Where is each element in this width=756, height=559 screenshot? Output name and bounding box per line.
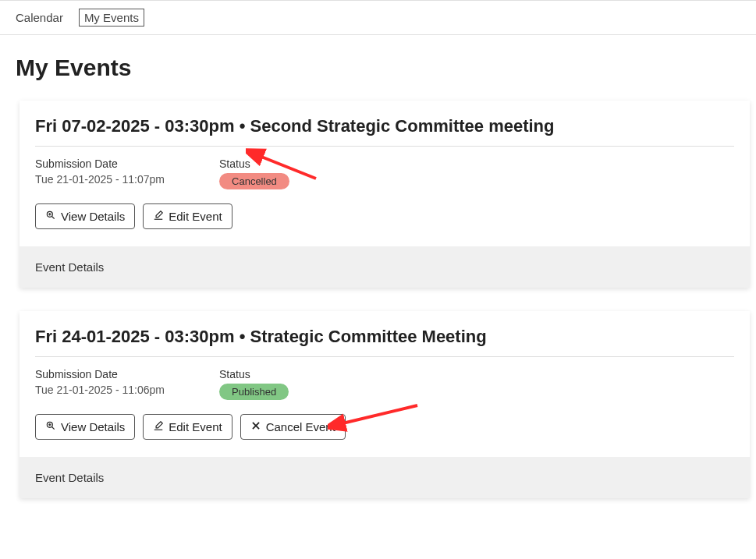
button-label: Edit Event — [169, 420, 222, 433]
submission-date-label: Submission Date — [35, 157, 165, 170]
svg-line-6 — [52, 427, 55, 430]
svg-line-1 — [52, 217, 55, 219]
view-details-button[interactable]: View Details — [35, 414, 135, 440]
view-details-button[interactable]: View Details — [35, 203, 135, 229]
event-card: Fri 07-02-2025 - 03:30pm • Second Strate… — [20, 101, 750, 288]
event-title: Fri 24-01-2025 - 03:30pm • Strategic Com… — [35, 327, 734, 357]
event-title: Fri 07-02-2025 - 03:30pm • Second Strate… — [35, 116, 734, 147]
status-badge: Cancelled — [219, 173, 289, 189]
submission-date-value: Tue 21-01-2025 - 11:07pm — [35, 173, 165, 186]
tab-bar: Calendar My Events — [0, 0, 756, 35]
edit-event-button[interactable]: Edit Event — [143, 203, 232, 229]
button-label: Edit Event — [169, 210, 222, 223]
status-label: Status — [219, 368, 289, 380]
button-label: View Details — [61, 210, 125, 223]
edit-event-button[interactable]: Edit Event — [143, 414, 232, 440]
page-title: My Events — [16, 55, 756, 81]
edit-icon — [153, 210, 164, 223]
tab-calendar[interactable]: Calendar — [16, 11, 63, 24]
close-icon — [250, 420, 261, 433]
submission-date-value: Tue 21-01-2025 - 11:06pm — [35, 384, 165, 396]
zoom-in-icon — [45, 420, 56, 433]
tab-my-events[interactable]: My Events — [79, 9, 144, 27]
status-label: Status — [219, 157, 289, 170]
event-card: Fri 24-01-2025 - 03:30pm • Strategic Com… — [20, 311, 750, 498]
edit-icon — [153, 420, 164, 433]
submission-date-label: Submission Date — [35, 368, 165, 380]
event-details-bar[interactable]: Event Details — [20, 457, 750, 498]
event-details-bar[interactable]: Event Details — [20, 246, 750, 288]
button-label: Cancel Event — [266, 420, 335, 433]
zoom-in-icon — [45, 210, 56, 223]
button-label: View Details — [61, 420, 125, 433]
status-badge: Published — [219, 384, 289, 400]
cancel-event-button[interactable]: Cancel Event — [240, 414, 346, 440]
